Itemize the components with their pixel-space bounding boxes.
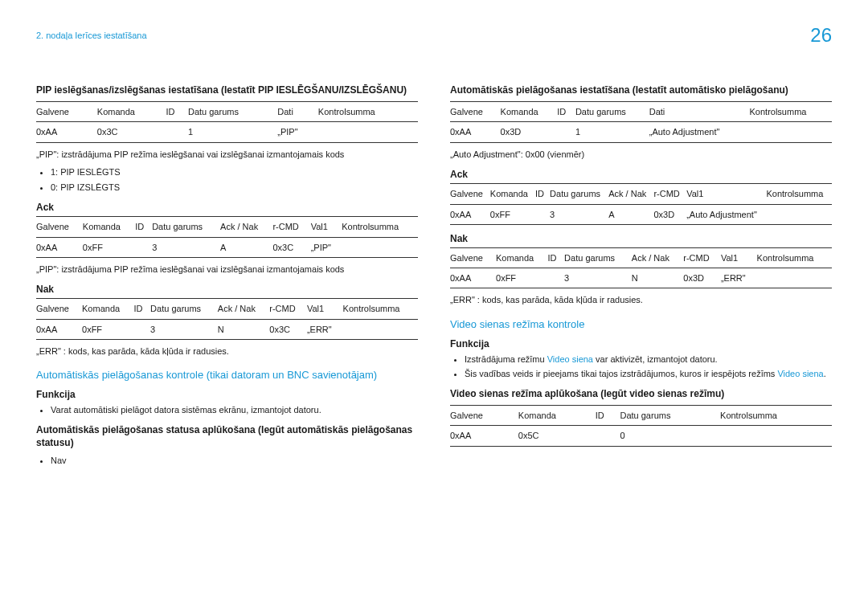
col-header: ID	[166, 102, 188, 122]
list-item: Izstrādājuma režīmu Video siena var akti…	[465, 353, 832, 366]
list-item: 0: PIP IZSLĒGTS	[51, 181, 418, 194]
cell: 0x3C	[269, 319, 307, 339]
cell: 0xAA	[36, 319, 82, 339]
cell: 0xAA	[450, 204, 490, 224]
col-header: Galvene	[36, 102, 97, 122]
right-column: Automātiskās pielāgošanas iestatīšana (I…	[450, 79, 832, 474]
auto-adjust-status-heading: Automātiskās pielāgošanas statusa aplūko…	[36, 423, 418, 449]
list-item: Varat automātiski pielāgot datora sistēm…	[51, 403, 418, 417]
col-header: Kontrolsumma	[318, 102, 418, 122]
col-header: Datu garums	[550, 184, 608, 204]
pip-note: „PIP": izstrādājuma PIP režīma ieslēgšan…	[36, 148, 418, 161]
table-row: 0xAA 0xFF 3 A 0x3C „PIP"	[36, 237, 418, 257]
col-header: Val1	[307, 299, 343, 319]
cell: 0xAA	[450, 268, 496, 288]
table-row: 0xAA 0x3D 1 „Auto Adjustment"	[450, 122, 832, 142]
col-header: Kontrolsumma	[750, 102, 832, 122]
col-header: Datu garums	[564, 247, 632, 268]
cell: 3	[564, 268, 632, 288]
cell: „ERR"	[721, 268, 757, 288]
auto-adjust-ack-table: Galvene Komanda ID Datu garums Ack / Nak…	[450, 183, 832, 225]
video-wall-control-heading: Video sienas režīma kontrole	[450, 318, 832, 330]
col-header: Galvene	[450, 184, 490, 204]
cell: „PIP"	[311, 237, 342, 257]
table-row: 0xAA 0xFF 3 N 0x3D „ERR"	[450, 268, 832, 288]
cell: 3	[152, 237, 220, 257]
cell	[135, 237, 152, 257]
cell: 1	[575, 122, 649, 142]
cell: 0xFF	[83, 237, 135, 257]
col-header: r-CMD	[653, 184, 686, 204]
col-header: ID	[596, 406, 620, 426]
cell	[342, 237, 418, 257]
video-siena-link: Video siena	[777, 369, 823, 378]
ack-heading: Ack	[36, 202, 418, 213]
video-siena-link: Video siena	[547, 354, 593, 364]
cell: 0x3D	[653, 204, 686, 224]
cell: N	[218, 319, 269, 339]
cell: 0xAA	[450, 426, 518, 446]
col-header: Datu garums	[188, 102, 277, 122]
cell: A	[220, 237, 272, 257]
nak-heading: Nak	[450, 233, 832, 244]
video-wall-function-list: Izstrādājuma režīmu Video siena var akti…	[450, 353, 832, 381]
cell: A	[608, 204, 653, 224]
pip-nak-table: Galvene Komanda ID Datu garums Ack / Nak…	[36, 298, 418, 340]
auto-adjust-control-heading: Automātiskās pielāgošanas kontrole (tika…	[36, 369, 418, 381]
pip-ack-note: „PIP": izstrādājuma PIP režīma ieslēgšan…	[36, 263, 418, 276]
col-header: Dati	[277, 102, 318, 122]
text: .	[824, 369, 826, 378]
cell	[166, 122, 188, 142]
text: Šis vadības veids ir pieejams tikai tajo…	[465, 369, 777, 378]
cell	[596, 426, 620, 446]
cell	[766, 204, 832, 224]
cell	[750, 122, 832, 142]
cell: 0x3D	[683, 268, 721, 288]
col-header: Kontrolsumma	[343, 299, 418, 319]
cell: N	[632, 268, 683, 288]
col-header: Val1	[721, 247, 757, 268]
pip-values-list: 1: PIP IESLĒGTS 0: PIP IZSLĒGTS	[36, 166, 418, 194]
col-header: r-CMD	[269, 299, 307, 319]
cell: „PIP"	[277, 122, 318, 142]
col-header: Datu garums	[575, 102, 649, 122]
text: Izstrādājuma režīmu	[465, 354, 547, 364]
col-header: r-CMD	[683, 247, 721, 268]
list-item: Šis vadības veids ir pieejams tikai tajo…	[465, 367, 832, 381]
list-item: 1: PIP IESLĒGTS	[51, 166, 418, 179]
cell: 0x3C	[272, 237, 310, 257]
page-header: 2. nodaļa Ierīces iestatīšana 26	[36, 24, 832, 47]
cell: „ERR"	[307, 319, 343, 339]
breadcrumb: 2. nodaļa Ierīces iestatīšana	[36, 31, 147, 40]
col-header: Galvene	[36, 299, 82, 319]
col-header: Val1	[311, 217, 342, 237]
video-wall-table: Galvene Komanda ID Datu garums Kontrolsu…	[450, 405, 832, 447]
err-note: „ERR" : kods, kas parāda, kāda kļūda ir …	[450, 293, 832, 307]
left-column: PIP ieslēgšanas/izslēgšanas iestatīšana …	[36, 79, 418, 474]
col-header: Galvene	[36, 217, 83, 237]
col-header: Datu garums	[152, 217, 220, 237]
col-header: Komanda	[501, 102, 558, 122]
cell: 0x5C	[518, 426, 596, 446]
col-header: Kontrolsumma	[720, 406, 832, 426]
col-header: Ack / Nak	[218, 299, 269, 319]
col-header: Komanda	[518, 406, 596, 426]
col-header: Ack / Nak	[608, 184, 653, 204]
col-header: Komanda	[496, 247, 547, 268]
col-header: ID	[535, 184, 550, 204]
col-header: Dati	[649, 102, 750, 122]
cell: 0x3D	[501, 122, 558, 142]
list-item: Nav	[51, 454, 418, 468]
auto-adjust-note: „Auto Adjustment": 0x00 (vienmēr)	[450, 148, 832, 161]
cell: 0xAA	[36, 237, 83, 257]
err-note: „ERR" : kods, kas parāda, kāda kļūda ir …	[36, 345, 418, 358]
cell: 0x3C	[97, 122, 166, 142]
funkcija-heading: Funkcija	[36, 389, 418, 400]
cell: 3	[550, 204, 608, 224]
cell	[133, 319, 150, 339]
col-header: Galvene	[450, 406, 518, 426]
col-header: Kontrolsumma	[766, 184, 832, 204]
pip-set-table: Galvene Komanda ID Datu garums Dati Kont…	[36, 101, 418, 143]
col-header: r-CMD	[272, 217, 310, 237]
table-row: 0xAA 0x3C 1 „PIP"	[36, 122, 418, 142]
